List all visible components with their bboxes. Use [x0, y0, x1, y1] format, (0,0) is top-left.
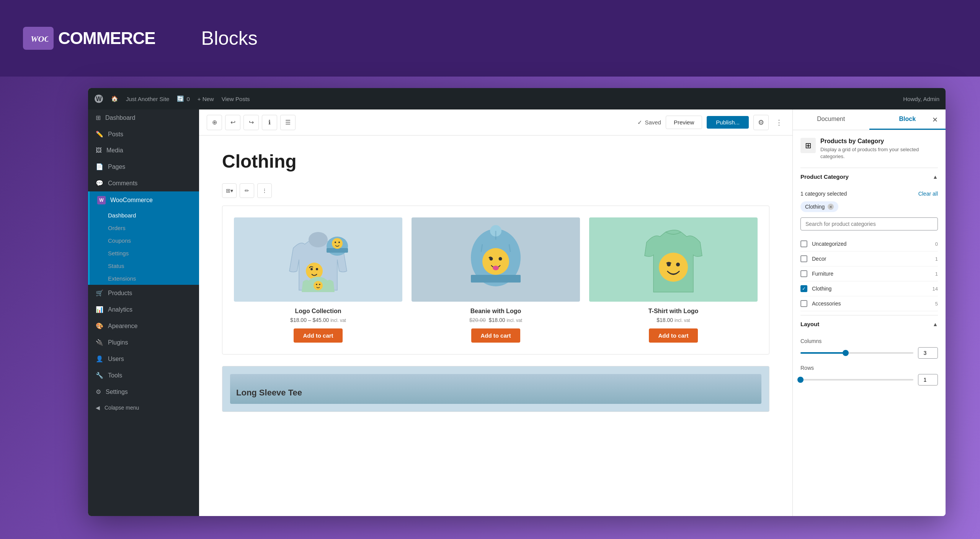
- sidebar-item-comments[interactable]: 💬 Comments: [88, 175, 199, 191]
- columns-slider-track[interactable]: [800, 352, 913, 354]
- sidebar-label-appearance: Apearence: [108, 323, 137, 330]
- view-posts[interactable]: View Posts: [222, 96, 250, 102]
- woo-header: WOO COMMERCE Blocks: [0, 0, 980, 77]
- category-checkbox-accessories[interactable]: [800, 300, 807, 307]
- add-to-cart-beanie[interactable]: Add to cart: [471, 328, 520, 343]
- svg-point-4: [309, 232, 328, 247]
- long-sleeve-container: Long Sleeve Tee: [230, 374, 761, 404]
- sidebar-sub-extensions[interactable]: Extensions: [88, 272, 199, 285]
- sidebar-item-tools[interactable]: 🔧 Tools: [88, 367, 199, 384]
- sidebar-sub-status[interactable]: Status: [88, 260, 199, 272]
- category-checkbox-uncategorized[interactable]: [800, 240, 807, 247]
- sidebar-item-woocommerce[interactable]: W WooCommerce: [88, 191, 199, 209]
- block-type-btn[interactable]: ⊞▾: [222, 183, 237, 198]
- sidebar-item-posts[interactable]: ✏️ Posts: [88, 126, 199, 142]
- sidebar-item-products[interactable]: 🛒 Products: [88, 285, 199, 301]
- rows-slider-thumb[interactable]: [797, 377, 804, 383]
- long-sleeve-label: Long Sleeve Tee: [236, 388, 302, 398]
- category-checkbox-furniture[interactable]: [800, 270, 807, 277]
- columns-value-input[interactable]: 3: [918, 347, 938, 359]
- rows-slider-track[interactable]: [800, 379, 913, 381]
- info-btn[interactable]: ℹ: [262, 115, 277, 130]
- right-sidebar-content: ⊞ Products by Category Display a grid of…: [793, 130, 946, 516]
- new-item[interactable]: + New: [198, 96, 214, 102]
- woo-logo: WOO COMMERCE: [23, 27, 155, 50]
- category-item-clothing: Clothing 14: [800, 281, 938, 296]
- tools-icon: 🔧: [96, 372, 103, 379]
- woo-w-icon: W: [97, 196, 106, 204]
- editor: ⊕ ↩ ↪ ℹ ☰ ✓ Saved Preview Publish... ⚙ ⋮: [199, 109, 792, 516]
- block-more-btn[interactable]: ⋮: [257, 183, 272, 198]
- category-count-clothing: 14: [933, 286, 938, 292]
- clear-all-link[interactable]: Clear all: [918, 191, 938, 197]
- search-categories-input[interactable]: [800, 217, 938, 230]
- comments-icon: 💬: [96, 180, 103, 187]
- sidebar-collapse[interactable]: ◀ Colapse menu: [88, 400, 199, 415]
- updates-item[interactable]: 🔄 0: [177, 95, 189, 102]
- product-card-logo-collection: Logo Collection $18.00 – $45.00 incl. va…: [234, 217, 402, 343]
- undo-btn[interactable]: ↩: [225, 115, 240, 130]
- product-card-tshirt: T-Shirt with Logo $18.00 incl. vat Add t…: [589, 217, 758, 343]
- tab-document[interactable]: Document: [793, 109, 869, 130]
- products-container: Logo Collection $18.00 – $45.00 incl. va…: [222, 206, 769, 354]
- sidebar-sub-coupons[interactable]: Coupons: [88, 234, 199, 247]
- list-view-btn[interactable]: ☰: [280, 115, 296, 130]
- sidebar-item-settings[interactable]: ⚙ Settings: [88, 384, 199, 400]
- sidebar-item-media[interactable]: 🖼 Media: [88, 142, 199, 158]
- analytics-icon: 📊: [96, 306, 103, 313]
- block-info: ⊞ Products by Category Display a grid of…: [800, 138, 938, 160]
- add-to-cart-logo-collection[interactable]: Add to cart: [294, 328, 342, 343]
- block-heading: Clothing: [222, 151, 769, 172]
- site-name[interactable]: Just Another Site: [126, 96, 169, 102]
- layout-chevron[interactable]: ▲: [933, 321, 938, 327]
- category-checkbox-decor[interactable]: [800, 255, 807, 262]
- rows-value-input[interactable]: 1: [918, 374, 938, 385]
- settings-icon: ⚙: [96, 388, 101, 395]
- sidebar-label-settings: Settings: [106, 389, 128, 395]
- sidebar-item-plugins[interactable]: 🔌 Plugins: [88, 334, 199, 351]
- products-icon: 🛒: [96, 289, 103, 297]
- category-count-furniture: 1: [935, 271, 938, 277]
- howdy-label: Howdy, Admin: [903, 96, 939, 102]
- svg-text:W: W: [96, 96, 102, 102]
- product-category-section-header: Product Category ▲: [800, 168, 938, 185]
- block-info-text: Products by Category Display a grid of p…: [820, 138, 938, 160]
- wp-icon: W: [94, 94, 103, 103]
- close-sidebar-button[interactable]: ✕: [929, 114, 941, 126]
- sidebar-sub-settings[interactable]: Settings: [88, 247, 199, 260]
- sidebar-item-dashboard[interactable]: ⊞ Dashboard: [88, 109, 199, 126]
- more-options-button[interactable]: ⋮: [773, 115, 785, 130]
- svg-point-15: [319, 284, 320, 285]
- price-sale: $18.00: [489, 317, 505, 323]
- block-inserter-btn[interactable]: ⊕: [207, 115, 222, 130]
- sidebar-sub-woo-dashboard[interactable]: Dashboard: [88, 209, 199, 222]
- svg-point-13: [314, 281, 323, 290]
- publish-button[interactable]: Publish...: [707, 116, 749, 129]
- sidebar-item-users[interactable]: 👤 Users: [88, 351, 199, 367]
- category-count-decor: 1: [935, 256, 938, 262]
- product-category-chevron[interactable]: ▲: [933, 174, 938, 180]
- site-home-icon[interactable]: 🏠: [111, 95, 118, 102]
- sidebar-sub-orders[interactable]: Orders: [88, 222, 199, 234]
- product-price-tshirt: $18.00 incl. vat: [657, 317, 690, 323]
- sidebar-item-pages[interactable]: 📄 Pages: [88, 158, 199, 175]
- category-checkbox-clothing[interactable]: [800, 285, 807, 292]
- sidebar-label-users: Users: [108, 356, 124, 363]
- sidebar-label-posts: Posts: [108, 131, 123, 138]
- add-to-cart-tshirt[interactable]: Add to cart: [649, 328, 697, 343]
- settings-gear-button[interactable]: ⚙: [753, 115, 769, 130]
- editor-toolbar: ⊕ ↩ ↪ ℹ ☰ ✓ Saved Preview Publish... ⚙ ⋮: [199, 109, 792, 136]
- category-count-accessories: 5: [935, 301, 938, 307]
- product-name-logo-collection: Logo Collection: [295, 308, 341, 315]
- sidebar-item-appearance[interactable]: 🎨 Apearence: [88, 318, 199, 334]
- svg-point-19: [482, 248, 509, 275]
- page-title: Blocks: [201, 27, 258, 49]
- sidebar-item-analytics[interactable]: 📊 Analytics: [88, 301, 199, 318]
- preview-button[interactable]: Preview: [666, 116, 702, 129]
- edit-btn[interactable]: ✏: [240, 183, 254, 198]
- columns-slider-thumb[interactable]: [843, 350, 849, 356]
- category-item-accessories: Accessories 5: [800, 296, 938, 311]
- layout-title: Layout: [800, 321, 819, 327]
- redo-btn[interactable]: ↪: [243, 115, 259, 130]
- clothing-tag-remove[interactable]: ✕: [828, 204, 834, 210]
